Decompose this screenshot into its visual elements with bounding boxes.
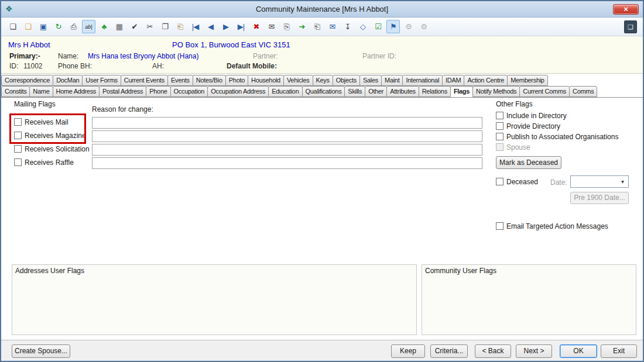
tab-objects[interactable]: Objects xyxy=(333,75,360,86)
checkbox-box[interactable] xyxy=(496,112,503,119)
tab-skills[interactable]: Skills xyxy=(344,86,365,97)
checkbox-receives-solicitation[interactable]: Receives Solicitation xyxy=(14,144,90,153)
checkbox-box[interactable] xyxy=(14,158,22,166)
tab-household[interactable]: Household xyxy=(248,75,284,86)
settings-gears-icon[interactable]: ⚙ xyxy=(402,20,415,33)
tab-keys[interactable]: Keys xyxy=(313,75,333,86)
sync-gears-icon[interactable]: ⚙ xyxy=(417,20,430,33)
tab-user-forms[interactable]: User Forms xyxy=(82,75,121,86)
checkbox-receives-magazine[interactable]: Receives Magazine xyxy=(14,131,90,140)
tab-current-events[interactable]: Current Events xyxy=(121,75,168,86)
reason-for-change-input-1[interactable] xyxy=(92,117,482,129)
tab-sales[interactable]: Sales xyxy=(359,75,382,86)
deceased-date-select[interactable]: ▾ xyxy=(570,175,629,188)
previous-record-icon[interactable]: ◀ xyxy=(204,20,217,33)
tab-relations[interactable]: Relations xyxy=(419,86,451,97)
last-record-icon[interactable]: ▶| xyxy=(234,20,248,33)
checkbox-box[interactable] xyxy=(496,133,503,140)
forward-icon[interactable]: ➔ xyxy=(295,20,309,33)
tab-notify-methods[interactable]: Notify Methods xyxy=(472,86,520,97)
pre-1900-date-button[interactable]: Pre 1900 Date... xyxy=(570,192,629,204)
tab-notes-bio[interactable]: Notes/Bio xyxy=(193,75,226,86)
exit-button[interactable]: Exit xyxy=(601,344,637,358)
reason-for-change-input-3[interactable] xyxy=(92,144,482,156)
clipboard-import-icon[interactable]: ⎗ xyxy=(310,20,324,33)
first-record-icon[interactable]: |◀ xyxy=(189,20,202,33)
tab-education[interactable]: Education xyxy=(268,86,302,97)
send-to-icon[interactable]: ⎘ xyxy=(280,20,293,33)
tab-phone[interactable]: Phone xyxy=(146,86,170,97)
email-icon[interactable]: ✉ xyxy=(265,20,278,33)
create-spouse-button[interactable]: Create Spouse... xyxy=(12,344,70,358)
checkbox-box[interactable] xyxy=(496,122,503,130)
checkbox-receives-raffle[interactable]: Receives Raffle xyxy=(14,158,90,167)
checkbox-box[interactable] xyxy=(14,132,22,139)
table-icon[interactable]: ▦ xyxy=(112,20,126,33)
tab-membership[interactable]: Membership xyxy=(507,75,548,86)
tab-home-address[interactable]: Home Address xyxy=(53,86,100,97)
checkbox-box[interactable] xyxy=(14,118,22,126)
checkbox-box[interactable] xyxy=(496,143,503,151)
checkbox-spouse[interactable]: Spouse xyxy=(496,143,618,151)
tab-attributes[interactable]: Attributes xyxy=(386,86,419,97)
tab-other[interactable]: Other xyxy=(365,86,387,97)
save-icon[interactable]: ▣ xyxy=(36,20,50,33)
new-document-icon[interactable]: ❏ xyxy=(6,20,19,33)
tab-correspondence[interactable]: Correspondence xyxy=(1,75,53,86)
tab-qualifications[interactable]: Qualifications xyxy=(302,86,345,97)
mark-as-deceased-button[interactable]: Mark as Deceased xyxy=(496,156,561,169)
checkbox-include-in-directory[interactable]: Include in Directory xyxy=(496,111,618,120)
checkbox-email-targeted-action-messages[interactable]: Email Targeted Action Messages xyxy=(496,222,608,230)
tab-action-centre[interactable]: Action Centre xyxy=(464,75,508,86)
refresh-icon[interactable]: ↻ xyxy=(52,20,65,33)
tab-comms[interactable]: Comms xyxy=(569,86,597,97)
textbox-edit-icon[interactable]: ab| xyxy=(82,20,95,33)
close-button[interactable]: × xyxy=(613,4,639,15)
checkbox-receives-mail[interactable]: Receives Mail xyxy=(14,118,90,126)
tab-current-comms[interactable]: Current Comms xyxy=(519,86,570,97)
tab-constits[interactable]: Constits xyxy=(1,86,30,97)
ok-button[interactable]: OK xyxy=(560,344,597,358)
checkbox-deceased[interactable]: Deceased xyxy=(496,177,538,186)
next-button[interactable]: Next > xyxy=(516,344,552,358)
tab-occupation[interactable]: Occupation xyxy=(170,86,208,97)
panel-toggle-icon[interactable]: ❏ xyxy=(624,20,637,33)
chevron-down-icon[interactable]: ▾ xyxy=(618,177,628,187)
tab-occupation-address[interactable]: Occupation Address xyxy=(207,86,269,97)
delete-icon[interactable]: ✖ xyxy=(249,20,263,33)
tab-photo[interactable]: Photo xyxy=(225,75,248,86)
reason-for-change-input-4[interactable] xyxy=(92,157,482,169)
tab-docman[interactable]: DocMan xyxy=(53,75,83,86)
clipboard-export-icon[interactable]: ↧ xyxy=(341,20,354,33)
cut-icon[interactable]: ✂ xyxy=(143,20,156,33)
tab-international[interactable]: International xyxy=(402,75,443,86)
paste-icon[interactable]: ⎗ xyxy=(173,20,187,33)
tab-vehicles[interactable]: Vehicles xyxy=(283,75,313,86)
copy-icon[interactable]: ❐ xyxy=(158,20,172,33)
tree-icon[interactable]: ♣ xyxy=(97,20,111,33)
pushpin-icon[interactable]: ⚑ xyxy=(386,20,400,33)
tag-icon[interactable]: ◇ xyxy=(356,20,369,33)
tab-name[interactable]: Name xyxy=(29,86,53,97)
tab-postal-address[interactable]: Postal Address xyxy=(99,86,146,97)
tab-events[interactable]: Events xyxy=(167,75,193,86)
tab-flags[interactable]: Flags xyxy=(450,86,473,97)
checkbox-provide-directory[interactable]: Provide Directory xyxy=(496,122,618,130)
checkbox-publish-to-associated-organisations[interactable]: Publish to Associated Organisations xyxy=(496,132,618,141)
checkbox-box[interactable] xyxy=(14,145,22,153)
print-icon[interactable]: ⎙ xyxy=(67,20,80,33)
tab-idam[interactable]: IDAM xyxy=(442,75,464,86)
open-folder-icon[interactable]: ❑ xyxy=(21,20,35,33)
checkbox-box[interactable] xyxy=(496,222,503,230)
reason-for-change-input-2[interactable] xyxy=(92,130,482,142)
spellcheck-icon[interactable]: ✔ xyxy=(128,20,141,33)
tab-maint[interactable]: Maint xyxy=(381,75,403,86)
title-bar[interactable]: ❖ Community Maintenance [Mrs H Abbot] × xyxy=(1,1,643,18)
keep-button[interactable]: Keep xyxy=(391,344,425,358)
criteria-button[interactable]: Criteria... xyxy=(430,344,468,358)
checkbox-box[interactable] xyxy=(496,178,503,185)
next-record-icon[interactable]: ▶ xyxy=(219,20,232,33)
back-button[interactable]: < Back xyxy=(475,344,511,358)
clipboard-mail-icon[interactable]: ✉ xyxy=(326,20,339,33)
checklist-icon[interactable]: ☑ xyxy=(371,20,385,33)
